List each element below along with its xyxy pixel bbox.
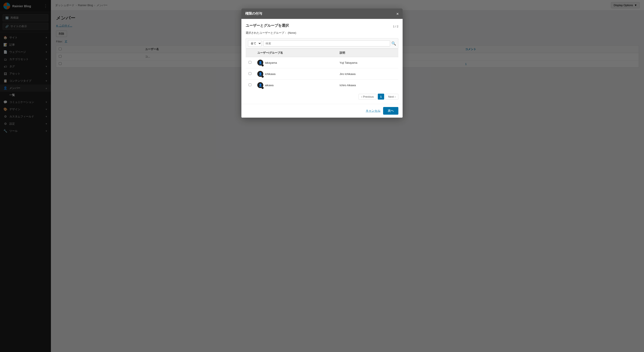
modal-overlay: 権限の付与 × ユーザーとグループを選択 1 / 2 選択されたユーザーとグルー… xyxy=(0,0,644,352)
row-checkbox-cell xyxy=(246,57,254,68)
modal-close-button[interactable]: × xyxy=(396,12,399,16)
user-table-row: 👤 aikawa Ichiro Aikawa xyxy=(246,80,398,91)
row-username-cell: 👤 aikawa xyxy=(254,80,337,91)
chevron-left-icon: ‹ xyxy=(361,95,362,98)
modal-header: 権限の付与 × xyxy=(242,9,402,19)
search-bar: 全て 🔍 xyxy=(246,38,398,49)
modal-title: 権限の付与 xyxy=(245,12,262,16)
pagination: ‹ Previous 1 Next › xyxy=(246,91,398,100)
search-input[interactable] xyxy=(263,40,390,47)
row-checkbox-cell xyxy=(246,68,254,80)
next-step-button[interactable]: 次へ xyxy=(383,107,398,115)
row-username-cell: 👤 takayama xyxy=(254,57,337,68)
col-select xyxy=(246,49,254,57)
user-checkbox[interactable] xyxy=(248,72,251,75)
next-button[interactable]: Next › xyxy=(386,94,398,100)
user-avatar-icon: 👤 xyxy=(257,60,263,66)
row-username: takayama xyxy=(265,61,277,64)
row-description: Jiro Ichikawa xyxy=(337,68,398,80)
modal-selected-label: 選択されたユーザーとグループ： (None) xyxy=(246,31,398,35)
col-description: 説明 xyxy=(337,49,398,57)
row-description: Yuji Takayama xyxy=(337,57,398,68)
col-user-group-name: ユーザー/グループ名 xyxy=(254,49,337,57)
cancel-button[interactable]: キャンセル xyxy=(366,109,380,113)
search-filter-select[interactable]: 全て xyxy=(248,40,262,47)
user-checkbox[interactable] xyxy=(248,61,251,64)
row-username: ichikawa xyxy=(265,72,276,76)
step-counter: 1 / 2 xyxy=(393,25,398,28)
user-avatar-icon: 👤 xyxy=(257,82,263,88)
search-button[interactable]: 🔍 xyxy=(391,41,396,46)
row-checkbox-cell xyxy=(246,80,254,91)
user-checkbox[interactable] xyxy=(248,84,251,86)
modal-step-heading: ユーザーとグループを選択 xyxy=(246,23,289,28)
modal-dialog: 権限の付与 × ユーザーとグループを選択 1 / 2 選択されたユーザーとグルー… xyxy=(242,9,402,118)
row-description: Ichiro Aikawa xyxy=(337,80,398,91)
row-username-cell: 👤 ichikawa xyxy=(254,68,337,80)
search-icon: 🔍 xyxy=(391,41,396,46)
current-page-number[interactable]: 1 xyxy=(378,94,384,100)
user-avatar-icon: 👤 xyxy=(257,71,263,77)
user-table-row: 👤 takayama Yuji Takayama xyxy=(246,57,398,68)
modal-footer: キャンセル 次へ xyxy=(242,104,402,118)
row-username: aikawa xyxy=(265,84,274,87)
modal-body: ユーザーとグループを選択 1 / 2 選択されたユーザーとグループ： (None… xyxy=(242,19,402,104)
user-table-row: 👤 ichikawa Jiro Ichikawa xyxy=(246,68,398,80)
chevron-right-icon: › xyxy=(395,95,396,98)
user-table-header: ユーザー/グループ名 説明 xyxy=(246,49,398,57)
user-table-body: 👤 takayama Yuji Takayama 👤 ichikawa Jiro… xyxy=(246,57,398,91)
user-group-table: ユーザー/グループ名 説明 👤 takayama Yuji Takayama xyxy=(246,49,398,91)
previous-button[interactable]: ‹ Previous xyxy=(358,94,376,100)
